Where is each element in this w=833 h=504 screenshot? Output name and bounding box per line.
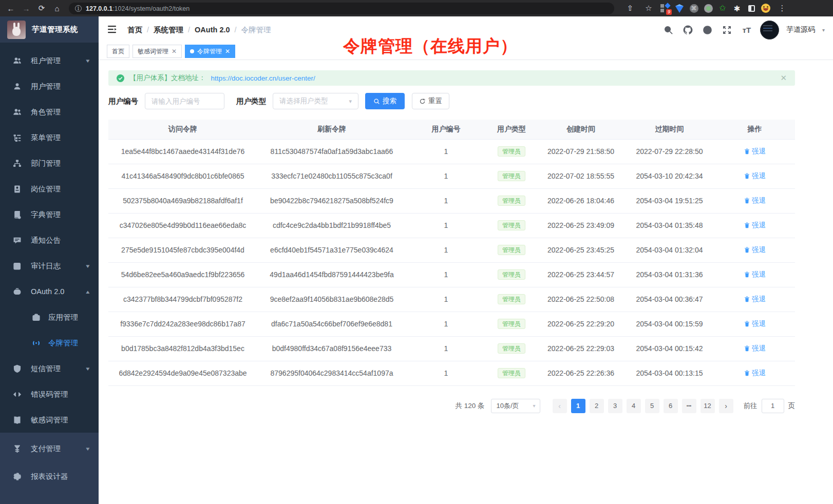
force-logout-button[interactable]: 强退 <box>744 270 766 279</box>
force-logout-button[interactable]: 强退 <box>744 344 766 353</box>
profile-avatar-icon[interactable] <box>761 4 770 13</box>
table-row: c347026e805e4d99b0d116eae66eda8ccdfc4ce9… <box>108 213 795 238</box>
sidebar-item-audit[interactable]: 审计日志▾ <box>0 253 99 279</box>
tab-close-icon[interactable]: ✕ <box>225 48 230 55</box>
access-token-cell: c342377bf8b344799dcbf7bf095287f2 <box>108 287 257 312</box>
sidebar-item-user[interactable]: 用户管理 <box>0 73 99 99</box>
trash-icon <box>744 197 750 204</box>
github-icon[interactable] <box>682 24 694 36</box>
sidebar-item-oauth[interactable]: OAuth 2.0▴ <box>0 279 99 304</box>
sidebar-item-app[interactable]: 应用管理 <box>0 304 99 330</box>
record-extension-icon[interactable] <box>704 4 713 13</box>
page-button-2[interactable]: 2 <box>590 399 604 413</box>
user-type-badge: 管理员 <box>498 245 525 255</box>
chevron-down-icon: ▾ <box>86 263 90 269</box>
command-extension-icon[interactable]: ⌘ <box>689 4 698 13</box>
fullscreen-icon[interactable] <box>721 24 733 36</box>
page-button-5[interactable]: 5 <box>645 399 659 413</box>
sidebar-item-pay[interactable]: 支付管理▾ <box>0 435 99 462</box>
page-size-select[interactable]: 10条/页 ▾ <box>491 399 540 413</box>
user-type-select[interactable]: 请选择用户类型 ▾ <box>273 93 358 109</box>
sidebar-item-menu[interactable]: 菜单管理 <box>0 125 99 150</box>
force-logout-button[interactable]: 强退 <box>744 369 766 378</box>
create-time-cell: 2022-06-25 22:29:03 <box>537 336 624 361</box>
page-button-6[interactable]: 6 <box>664 399 678 413</box>
user-menu-caret-icon[interactable]: ▾ <box>822 27 825 33</box>
sidebar-item-role[interactable]: 角色管理 <box>0 99 99 125</box>
url-path: :1024/system/oauth2/token <box>112 5 190 12</box>
tab-敏感词管理[interactable]: 敏感词管理✕ <box>132 45 182 58</box>
browser-back-icon[interactable]: ← <box>4 2 17 15</box>
token-icon <box>31 339 41 347</box>
sidebar-item-sms[interactable]: 短信管理▾ <box>0 356 99 381</box>
force-logout-button[interactable]: 强退 <box>744 171 766 181</box>
table-row: 1ea5e44f8bc1467aaede43144f31de76811c5304… <box>108 139 795 164</box>
force-logout-button[interactable]: 强退 <box>744 196 766 205</box>
search-button[interactable]: 搜索 <box>365 93 405 109</box>
access-token-cell: 275e5de9151045fe87cbdc395e004f4d <box>108 238 257 262</box>
star-extension-icon[interactable]: ✩ <box>718 4 727 13</box>
breadcrumb-item[interactable]: OAuth 2.0 <box>195 26 230 34</box>
gem-extension-icon[interactable] <box>675 4 684 13</box>
help-icon[interactable] <box>702 24 714 36</box>
bookmark-star-icon[interactable]: ☆ <box>642 2 655 15</box>
pay-icon <box>12 444 22 453</box>
address-bar[interactable]: i 127.0.0.1:1024/system/oauth2/token <box>69 3 614 14</box>
search-icon[interactable] <box>662 24 675 36</box>
force-logout-button[interactable]: 强退 <box>744 295 766 304</box>
chevron-down-icon: ▾ <box>86 445 90 452</box>
app-logo-bar[interactable]: 芋道管理系统 <box>0 16 99 43</box>
darkmode-extension-icon[interactable] <box>747 4 756 13</box>
tab-令牌管理[interactable]: 令牌管理✕ <box>185 45 235 58</box>
page-button-12[interactable]: 12 <box>701 399 715 413</box>
refresh-token-cell: cdfc4ce9c2da4bb1bdf21b9918ff4be5 <box>257 213 406 238</box>
doc-link[interactable]: https://doc.iocoder.cn/user-center/ <box>211 74 315 82</box>
page-button-3[interactable]: 3 <box>608 399 622 413</box>
fontsize-icon[interactable]: ᴛT <box>741 24 753 36</box>
browser-menu-icon[interactable]: ⋮ <box>775 2 789 15</box>
sidebar-item-dict[interactable]: 字典管理 <box>0 202 99 227</box>
user-avatar[interactable] <box>760 21 779 40</box>
force-logout-button[interactable]: 强退 <box>744 221 766 230</box>
next-page-button[interactable]: › <box>719 399 733 413</box>
site-info-icon[interactable]: i <box>75 5 82 12</box>
refresh-token-cell: e6cfd40eb1f54571a31e775e039c4624 <box>257 238 406 262</box>
reset-button[interactable]: 重置 <box>412 93 449 109</box>
sidebar-item-tenant[interactable]: 租户管理▾ <box>0 48 99 73</box>
prev-page-button[interactable]: ‹ <box>553 399 567 413</box>
create-time-cell: 2022-06-25 23:44:57 <box>537 262 624 287</box>
tab-首页[interactable]: 首页 <box>107 45 129 58</box>
more-pages-button[interactable]: ••• <box>682 399 696 413</box>
user-type-badge: 管理员 <box>498 146 525 157</box>
page-button-4[interactable]: 4 <box>627 399 641 413</box>
share-icon[interactable]: ⇧ <box>623 2 637 15</box>
sidebar-item-notice[interactable]: 通知公告 <box>0 227 99 253</box>
sidebar-item-post[interactable]: 岗位管理 <box>0 176 99 202</box>
pinwheel-extension-icon[interactable]: ✱ <box>732 4 742 13</box>
username-label[interactable]: 芋道源码 <box>786 25 815 34</box>
tab-close-icon[interactable]: ✕ <box>172 48 177 55</box>
browser-reload-icon[interactable]: ⟳ <box>35 2 48 15</box>
force-logout-button[interactable]: 强退 <box>744 319 766 328</box>
force-logout-button[interactable]: 强退 <box>744 147 766 156</box>
menu-icon <box>12 133 22 142</box>
alert-close-icon[interactable]: ✕ <box>780 73 787 83</box>
sidebar-item-dept[interactable]: 部门管理 <box>0 150 99 176</box>
user-type-badge: 管理员 <box>498 171 525 181</box>
chevron-up-icon: ▴ <box>86 288 90 295</box>
force-logout-button[interactable]: 强退 <box>744 245 766 255</box>
goto-page-input[interactable] <box>762 399 784 413</box>
sidebar-item-report[interactable]: 报表设计器 <box>0 462 99 490</box>
user-id-input[interactable] <box>145 93 224 109</box>
browser-home-icon[interactable]: ⌂ <box>50 2 64 15</box>
breadcrumb-item[interactable]: 系统管理 <box>154 25 183 35</box>
sidebar-item-token[interactable]: 令牌管理 <box>0 330 99 356</box>
sidebar-item-sensitive[interactable]: 敏感词管理 <box>0 407 99 433</box>
sidebar-fold-icon[interactable] <box>107 24 118 35</box>
browser-forward-icon[interactable]: → <box>20 2 33 15</box>
page-button-1[interactable]: 1 <box>571 399 585 413</box>
sidebar-item-errcode[interactable]: 错误码管理 <box>0 381 99 407</box>
column-header: 访问令牌 <box>108 120 257 139</box>
extension-grid-icon[interactable]: 9 <box>660 4 670 13</box>
breadcrumb-item[interactable]: 首页 <box>127 25 142 35</box>
